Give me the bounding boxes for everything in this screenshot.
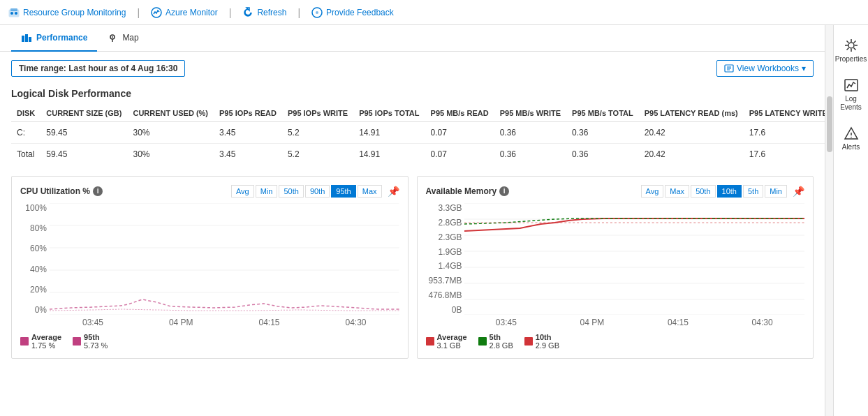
memory-x-labels: 03:45 04 PM 04:15 04:30 [464,316,805,327]
memory-info-icon[interactable]: i [499,186,509,196]
alerts-icon [844,126,859,141]
mem-5th-value: 2.8 GB [490,341,513,350]
table-cell: Total [11,144,41,165]
table-cell: 59.45 [41,144,127,165]
table-cell: 59.45 [41,122,127,144]
table-cell: 14.91 [353,122,425,144]
col-disk: DISK [11,105,41,122]
col-used: CURRENT USED (%) [127,105,214,122]
table-cell: 0.36 [566,144,639,165]
time-range-button[interactable]: Time range: Last hour as of 4 Aug 16:30 [11,60,185,77]
feedback-item[interactable]: Provide Feedback [311,7,394,18]
cpu-pin-icon[interactable]: 📌 [388,186,399,197]
cpu-chart-header: CPU Utilization % i Avg Min 50th 90th 95… [20,185,399,198]
mem-5th-label: 5th [490,333,513,341]
cpu-btn-95th[interactable]: 95th [331,185,355,198]
sidebar-item-log-events[interactable]: Log Events [834,70,868,119]
sidebar-item-properties[interactable]: Properties [834,31,868,70]
view-workbooks-button[interactable]: View Workbooks ▾ [716,60,814,77]
svg-rect-39 [845,80,858,91]
map-tab-icon [107,32,118,43]
tab-map[interactable]: Map [97,25,148,52]
mem-btn-min[interactable]: Min [765,185,787,198]
scrollbar[interactable] [825,25,833,416]
cpu-btn-min[interactable]: Min [256,185,278,198]
svg-rect-7 [22,36,24,42]
table-cell: 20.42 [639,144,744,165]
svg-line-35 [846,41,848,43]
cpu-btn-50th[interactable]: 50th [279,185,303,198]
cpu-y-labels: 100% 80% 60% 40% 20% 0% [20,203,47,315]
table-cell: 14.91 [353,144,425,165]
memory-chart-title: Available Memory i [426,186,510,196]
mem-10th-label: 10th [536,333,559,341]
resource-group-label: Resource Group Monitoring [23,8,126,17]
sidebar-item-alerts[interactable]: Alerts [834,119,868,158]
time-range-prefix: Time range: [19,64,66,73]
disk-section-title: Logical Disk Performance [11,88,814,99]
mem-btn-max[interactable]: Max [665,185,689,198]
cpu-avg-value: 1.75 % [31,341,61,350]
table-row: Total59.4530%3.455.214.910.070.360.3620.… [11,144,825,165]
view-workbooks-label: View Workbooks [737,64,799,73]
performance-tab-label: Performance [36,33,87,43]
refresh-item[interactable]: Refresh [242,7,286,18]
col-iops-write: P95 IOPs WRITE [282,105,353,122]
col-mbs-total: P95 MB/s TOTAL [566,105,639,122]
right-sidebar: Properties Log Events Alerts [833,25,868,416]
content-area: Performance Map Time range: Last hour as… [0,25,825,416]
col-iops-read: P95 IOPs READ [214,105,282,122]
disk-table: DISK CURRENT SIZE (GB) CURRENT USED (%) … [11,105,825,165]
mem-btn-10th[interactable]: 10th [717,185,742,198]
cpu-btn-max[interactable]: Max [358,185,382,198]
properties-icon [844,38,859,53]
memory-pin-icon[interactable]: 📌 [793,186,804,197]
svg-line-37 [853,41,855,43]
table-cell: 30% [127,144,214,165]
table-cell: 30% [127,122,214,144]
mem-btn-50th[interactable]: 50th [691,185,715,198]
memory-chart-legend: Average 3.1 GB 5th 2.8 GB [426,333,805,350]
memory-chart-header: Available Memory i Avg Max 50th 10th 5th… [426,185,805,198]
table-cell: 0.07 [425,144,494,165]
table-cell: 0.36 [566,122,639,144]
resource-group-item[interactable]: Resource Group Monitoring [8,7,126,18]
table-cell: 3.45 [214,144,282,165]
col-lat-read: P95 LATENCY READ (ms) [639,105,744,122]
performance-tab-icon [21,32,32,43]
cpu-chart-title: CPU Utilization % i [20,186,103,196]
cpu-btn-90th[interactable]: 90th [305,185,330,198]
svg-line-36 [853,48,855,50]
time-range-bar: Time range: Last hour as of 4 Aug 16:30 … [11,60,814,77]
mem-btn-avg[interactable]: Avg [641,185,664,198]
table-row: C:59.4530%3.455.214.910.070.360.3620.421… [11,122,825,144]
mem-10th-color [524,337,533,346]
mem-btn-5th[interactable]: 5th [743,185,763,198]
scrollbar-thumb[interactable] [827,96,832,152]
memory-chart-svg [464,203,805,315]
memory-legend-10th: 10th 2.9 GB [524,333,559,350]
table-cell: 5.2 [282,122,353,144]
azure-monitor-item[interactable]: Azure Monitor [151,7,218,18]
svg-line-38 [846,48,848,50]
col-mbs-write: P95 MB/s WRITE [494,105,566,122]
memory-chart-controls: Avg Max 50th 10th 5th Min 📌 [641,185,804,198]
tab-performance[interactable]: Performance [11,25,97,52]
svg-rect-9 [29,37,31,42]
cpu-chart-area-wrapper: 100% 80% 60% 40% 20% 0% [50,203,399,327]
cpu-btn-avg[interactable]: Avg [231,185,254,198]
svg-point-41 [851,137,852,138]
performance-content: Time range: Last hour as of 4 Aug 16:30 … [0,52,825,367]
table-cell: 0.36 [494,144,566,165]
mem-10th-value: 2.9 GB [536,341,559,350]
feedback-label: Provide Feedback [326,8,394,17]
cpu-legend-avg: Average 1.75 % [20,333,61,350]
workbooks-icon [724,64,734,73]
mem-avg-color [426,337,434,346]
cpu-info-icon[interactable]: i [93,186,103,196]
cpu-avg-label: Average [31,333,61,341]
table-cell: 3.45 [214,122,282,144]
workbooks-chevron-icon: ▾ [802,64,806,73]
memory-chart-area-wrapper: 3.3GB 2.8GB 2.3GB 1.9GB 1.4GB 953.7MB 47… [464,203,805,327]
feedback-icon [311,7,323,18]
